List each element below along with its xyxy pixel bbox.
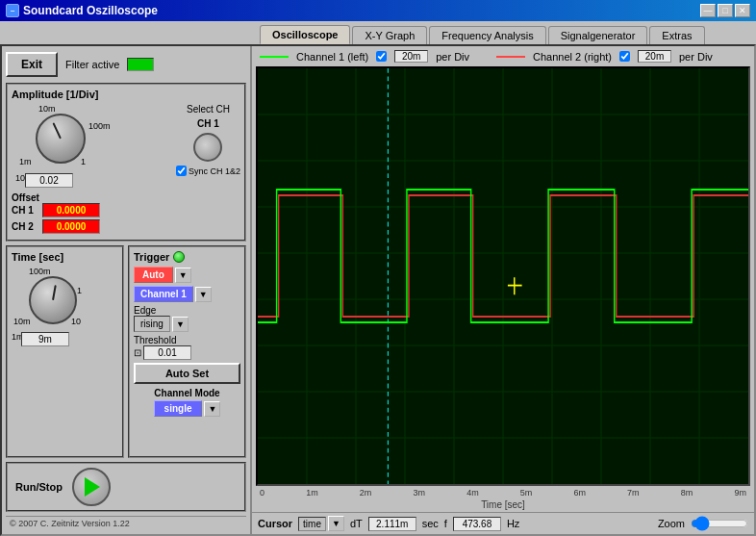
content-area: Exit Filter active Amplitude [1/Div] 10m… xyxy=(0,44,756,536)
time-label-top: 100m xyxy=(29,267,51,276)
threshold-input[interactable] xyxy=(143,345,191,360)
time-knob[interactable] xyxy=(29,276,77,324)
ch2-legend-checkbox[interactable] xyxy=(619,51,630,62)
auto-set-button[interactable]: Auto Set xyxy=(134,363,240,384)
dt-unit: sec xyxy=(422,518,439,529)
select-ch-label: Select CH xyxy=(187,104,230,115)
tab-signalgenerator[interactable]: Signalgenerator xyxy=(548,26,648,44)
time-section: Time [sec] 100m 1 10m 10 1m xyxy=(6,245,124,458)
exit-button[interactable]: Exit xyxy=(6,52,58,77)
trigger-section: Trigger Auto ▼ Channel 1 ▼ E xyxy=(128,245,246,458)
edge-value-button[interactable]: rising xyxy=(134,316,170,332)
f-value: 473.68 xyxy=(453,517,501,531)
zoom-slider[interactable] xyxy=(691,517,748,530)
top-controls: Exit Filter active xyxy=(6,50,246,79)
time-axis: 0 1m 2m 3m 4m 5m 6m 7m 8m 9m xyxy=(252,486,754,499)
time-label-right: 1 xyxy=(77,286,82,295)
ch1-legend-checkbox[interactable] xyxy=(376,51,387,62)
filter-indicator xyxy=(127,58,154,71)
tab-bar: Oscilloscope X-Y Graph Frequency Analysi… xyxy=(0,21,756,44)
maximize-button[interactable]: □ xyxy=(718,4,733,17)
sync-label: Sync CH 1&2 xyxy=(189,166,240,176)
time-tick-7m: 7m xyxy=(627,488,640,498)
edge-dropdown[interactable]: ▼ xyxy=(172,317,189,332)
amp-label-bl: 1m xyxy=(19,157,32,166)
main-container: Oscilloscope X-Y Graph Frequency Analysi… xyxy=(0,21,756,536)
amplitude-section: Amplitude [1/Div] 10m 100m 1m 1 100u xyxy=(6,83,246,242)
filter-label: Filter active xyxy=(65,59,119,70)
time-tick-3m: 3m xyxy=(413,488,425,498)
offset-title: Offset xyxy=(12,192,39,203)
app-icon: ~ xyxy=(6,4,19,17)
f-unit: Hz xyxy=(507,518,519,529)
right-panel: Channel 1 (left) per Div Channel 2 (righ… xyxy=(252,46,754,534)
cursor-type-dropdown[interactable]: ▼ xyxy=(328,516,344,531)
zoom-label: Zoom xyxy=(658,518,685,529)
ch2-per-div-input[interactable] xyxy=(638,50,671,63)
threshold-label: Threshold xyxy=(134,335,240,345)
ch-select-knob[interactable] xyxy=(193,133,222,162)
time-title: Time [sec] xyxy=(12,251,118,263)
trigger-mode-row: Auto ▼ xyxy=(134,267,240,283)
ch1-offset-row: CH 1 xyxy=(12,203,240,217)
time-tick-4m: 4m xyxy=(466,488,479,498)
threshold-section: Threshold ⊡ xyxy=(134,335,240,360)
time-value-input[interactable] xyxy=(21,332,69,346)
amp-label-top: 10m xyxy=(38,104,56,114)
ch1-offset-input[interactable] xyxy=(42,203,100,217)
tab-xy-graph[interactable]: X-Y Graph xyxy=(352,26,427,44)
time-tick-0: 0 xyxy=(260,488,265,498)
dt-value: 2.111m xyxy=(368,517,416,531)
time-tick-9m: 9m xyxy=(734,488,746,498)
run-stop-button[interactable] xyxy=(72,468,111,506)
app-title: Soundcard Oszilloscope xyxy=(23,4,158,17)
tab-extras[interactable]: Extras xyxy=(649,26,704,44)
copyright-text: © 2007 C. Zeitnitz Version 1.22 xyxy=(6,516,246,530)
ch2-legend-label: Channel 2 (right) xyxy=(533,51,612,63)
time-tick-1m: 1m xyxy=(306,488,318,498)
channel-mode-section: Channel Mode single ▼ xyxy=(134,388,240,417)
ch1-legend-label: Channel 1 (left) xyxy=(296,51,368,63)
ch1-legend-line xyxy=(260,56,289,58)
scope-screen xyxy=(256,66,750,486)
minimize-button[interactable]: — xyxy=(700,4,716,17)
trigger-channel-button[interactable]: Channel 1 xyxy=(134,286,193,302)
bottom-bar: Cursor time ▼ dT 2.111m sec f 473.68 Hz … xyxy=(252,512,754,534)
ch2-legend-line xyxy=(496,56,525,58)
cursor-label: Cursor xyxy=(258,518,292,529)
ch1-per-div-input[interactable] xyxy=(394,50,428,63)
tab-frequency-analysis[interactable]: Frequency Analysis xyxy=(429,26,545,44)
channel-mode-button[interactable]: single xyxy=(154,400,203,417)
time-tick-5m: 5m xyxy=(520,488,533,498)
amplitude-title: Amplitude [1/Div] xyxy=(12,89,240,100)
amp-label-right: 100m xyxy=(88,121,111,131)
trigger-led xyxy=(173,251,185,263)
play-icon xyxy=(85,477,100,497)
amp-label-br: 1 xyxy=(81,157,86,166)
sync-checkbox-row: Sync CH 1&2 xyxy=(176,166,240,176)
title-bar: ~ Soundcard Oszilloscope — □ ✕ xyxy=(0,0,756,21)
time-label-bl: 10m xyxy=(13,317,31,326)
runstop-section: Run/Stop xyxy=(6,462,246,512)
trigger-header: Trigger xyxy=(134,251,240,263)
time-tick-6m: 6m xyxy=(573,488,586,498)
ch2-offset-label: CH 2 xyxy=(12,221,38,232)
trigger-channel-dropdown[interactable]: ▼ xyxy=(195,287,212,302)
trigger-mode-dropdown[interactable]: ▼ xyxy=(175,268,191,283)
trigger-mode-button[interactable]: Auto xyxy=(134,267,173,283)
amplitude-knob[interactable] xyxy=(36,114,86,164)
ch2-offset-input[interactable] xyxy=(42,219,100,234)
edge-label: Edge xyxy=(134,305,240,316)
trigger-channel-row: Channel 1 ▼ xyxy=(134,286,240,302)
amplitude-value-input[interactable] xyxy=(25,173,73,188)
trigger-edge-section: Edge rising ▼ xyxy=(134,305,240,332)
ch2-per-div-unit: per Div xyxy=(679,51,713,63)
channel-mode-label: Channel Mode xyxy=(134,388,240,398)
channel-mode-dropdown[interactable]: ▼ xyxy=(204,401,220,417)
window-controls: — □ ✕ xyxy=(700,4,750,17)
close-button[interactable]: ✕ xyxy=(735,4,750,17)
sync-checkbox[interactable] xyxy=(176,166,187,176)
scope-grid-svg xyxy=(258,68,748,484)
tab-oscilloscope[interactable]: Oscilloscope xyxy=(260,25,350,44)
cursor-type-display[interactable]: time xyxy=(298,517,326,531)
